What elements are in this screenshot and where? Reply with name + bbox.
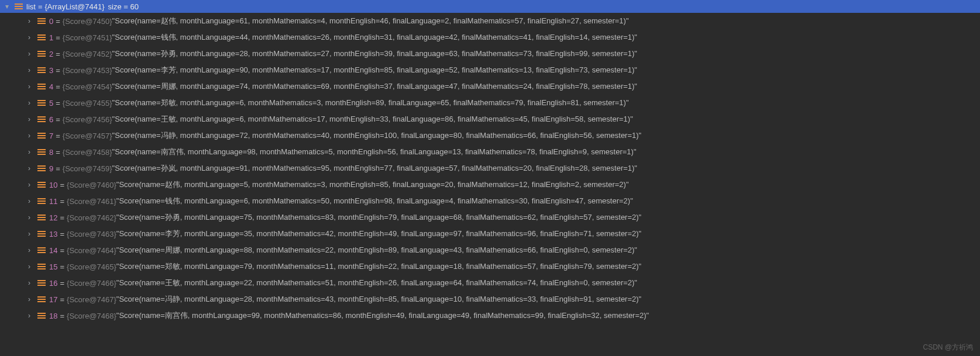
item-type: {Score@7467} xyxy=(67,295,116,304)
equals-sign: = xyxy=(56,132,60,140)
item-type: {Score@7457} xyxy=(63,132,112,140)
score-object-icon xyxy=(37,165,46,171)
chevron-right-icon[interactable]: › xyxy=(28,66,35,74)
root-type: {ArrayList@7441} xyxy=(44,2,104,11)
variable-row[interactable]: ›10={Score@7460} "Score(name=赵伟, monthLa… xyxy=(0,177,980,193)
variable-row[interactable]: ›12={Score@7462} "Score(name=孙勇, monthLa… xyxy=(0,209,980,226)
item-type: {Score@7450} xyxy=(63,17,112,26)
item-index: 10 xyxy=(49,181,57,189)
variable-row[interactable]: ›8={Score@7458} "Score(name=南宫伟, monthLa… xyxy=(0,144,980,160)
equals-sign: = xyxy=(60,230,64,239)
chevron-down-icon[interactable]: ▾ xyxy=(5,2,12,11)
variable-row[interactable]: ›16={Score@7466} "Score(name=王敏, monthLa… xyxy=(0,275,980,291)
chevron-right-icon[interactable]: › xyxy=(28,164,35,172)
item-value: "Score(name=赵伟, monthLanguage=61, monthM… xyxy=(112,16,629,26)
item-type: {Score@7468} xyxy=(67,312,116,320)
item-index: 18 xyxy=(49,312,57,320)
root-var-name: list xyxy=(26,2,36,11)
item-type: {Score@7460} xyxy=(67,181,116,189)
item-value: "Score(name=冯静, monthLanguage=28, monthM… xyxy=(116,294,641,305)
item-index: 14 xyxy=(49,246,57,255)
equals-sign: = xyxy=(56,99,60,108)
item-type: {Score@7466} xyxy=(67,279,116,288)
item-index: 8 xyxy=(49,148,53,157)
item-type: {Score@7452} xyxy=(63,50,112,58)
variable-row[interactable]: ›14={Score@7464} "Score(name=周娜, monthLa… xyxy=(0,242,980,258)
score-object-icon xyxy=(37,264,46,269)
equals-sign: = xyxy=(56,115,60,124)
equals-sign: = xyxy=(56,164,60,173)
item-type: {Score@7465} xyxy=(67,262,116,271)
item-index: 4 xyxy=(49,82,53,91)
item-index: 13 xyxy=(49,230,57,239)
equals-sign: = xyxy=(60,262,64,271)
item-value: "Score(name=南宫伟, monthLanguage=99, month… xyxy=(116,310,649,321)
score-object-icon xyxy=(37,116,46,122)
chevron-right-icon[interactable]: › xyxy=(28,17,35,25)
chevron-right-icon[interactable]: › xyxy=(28,181,35,189)
item-index: 7 xyxy=(49,132,53,140)
root-variable-row[interactable]: ▾ list = {ArrayList@7441} size = 60 xyxy=(0,0,980,13)
variable-row[interactable]: ›18={Score@7468} "Score(name=南宫伟, monthL… xyxy=(0,307,980,324)
score-object-icon xyxy=(37,313,46,319)
chevron-right-icon[interactable]: › xyxy=(28,279,35,287)
item-value: "Score(name=王敏, monthLanguage=6, monthMa… xyxy=(112,114,633,125)
variable-row[interactable]: ›7={Score@7457} "Score(name=冯静, monthLan… xyxy=(0,127,980,144)
variable-row[interactable]: ›4={Score@7454} "Score(name=周娜, monthLan… xyxy=(0,78,980,95)
item-value: "Score(name=周娜, monthLanguage=88, monthM… xyxy=(116,245,637,255)
score-object-icon xyxy=(37,34,46,40)
item-type: {Score@7453} xyxy=(63,66,112,75)
item-value: "Score(name=南宫伟, monthLanguage=98, month… xyxy=(112,147,637,157)
item-value: "Score(name=郑敏, monthLanguage=6, monthMa… xyxy=(112,98,629,108)
chevron-right-icon[interactable]: › xyxy=(28,197,35,205)
variable-row[interactable]: ›17={Score@7467} "Score(name=冯静, monthLa… xyxy=(0,291,980,307)
item-index: 5 xyxy=(49,99,53,108)
chevron-right-icon[interactable]: › xyxy=(28,312,35,320)
variable-row[interactable]: ›3={Score@7453} "Score(name=李芳, monthLan… xyxy=(0,62,980,78)
root-size: size = 60 xyxy=(108,2,139,11)
chevron-right-icon[interactable]: › xyxy=(28,115,35,123)
item-value: "Score(name=孙勇, monthLanguage=28, monthM… xyxy=(112,49,637,59)
score-object-icon xyxy=(37,296,46,302)
score-object-icon xyxy=(37,51,46,57)
variable-row[interactable]: ›15={Score@7465} "Score(name=郑敏, monthLa… xyxy=(0,258,980,275)
variable-row[interactable]: ›13={Score@7463} "Score(name=李芳, monthLa… xyxy=(0,226,980,242)
chevron-right-icon[interactable]: › xyxy=(28,246,35,254)
equals-sign: = xyxy=(56,66,60,75)
item-index: 2 xyxy=(49,50,53,58)
chevron-right-icon[interactable]: › xyxy=(28,230,35,238)
item-value: "Score(name=冯静, monthLanguage=72, monthM… xyxy=(112,130,642,141)
chevron-right-icon[interactable]: › xyxy=(28,132,35,140)
variable-row[interactable]: ›11={Score@7461} "Score(name=钱伟, monthLa… xyxy=(0,193,980,209)
equals-sign: = xyxy=(60,279,64,288)
item-type: {Score@7456} xyxy=(63,115,112,124)
score-object-icon xyxy=(37,149,46,155)
item-index: 0 xyxy=(49,17,53,26)
item-index: 1 xyxy=(49,33,53,42)
chevron-right-icon[interactable]: › xyxy=(28,148,35,156)
variable-row[interactable]: ›2={Score@7452} "Score(name=孙勇, monthLan… xyxy=(0,46,980,62)
chevron-right-icon[interactable]: › xyxy=(28,213,35,222)
score-object-icon xyxy=(37,133,46,139)
equals-sign: = xyxy=(60,246,64,255)
variable-row[interactable]: ›1={Score@7451} "Score(name=钱伟, monthLan… xyxy=(0,29,980,46)
item-index: 6 xyxy=(49,115,53,124)
equals-sign: = xyxy=(60,197,64,206)
chevron-right-icon[interactable]: › xyxy=(28,262,35,271)
item-type: {Score@7451} xyxy=(63,33,112,42)
score-object-icon xyxy=(37,67,46,73)
item-value: "Score(name=孙勇, monthLanguage=75, monthM… xyxy=(116,212,641,223)
variable-row[interactable]: ›9={Score@7459} "Score(name=孙岚, monthLan… xyxy=(0,160,980,177)
score-object-icon xyxy=(37,247,46,253)
item-type: {Score@7462} xyxy=(67,213,116,222)
chevron-right-icon[interactable]: › xyxy=(28,295,35,303)
variable-row[interactable]: ›5={Score@7455} "Score(name=郑敏, monthLan… xyxy=(0,95,980,111)
equals-sign: = xyxy=(38,2,43,11)
variable-row[interactable]: ›6={Score@7456} "Score(name=王敏, monthLan… xyxy=(0,111,980,127)
chevron-right-icon[interactable]: › xyxy=(28,82,35,91)
chevron-right-icon[interactable]: › xyxy=(28,33,35,42)
chevron-right-icon[interactable]: › xyxy=(28,50,35,58)
variable-row[interactable]: ›0={Score@7450} "Score(name=赵伟, monthLan… xyxy=(0,13,980,29)
score-object-icon xyxy=(37,215,46,220)
chevron-right-icon[interactable]: › xyxy=(28,99,35,107)
